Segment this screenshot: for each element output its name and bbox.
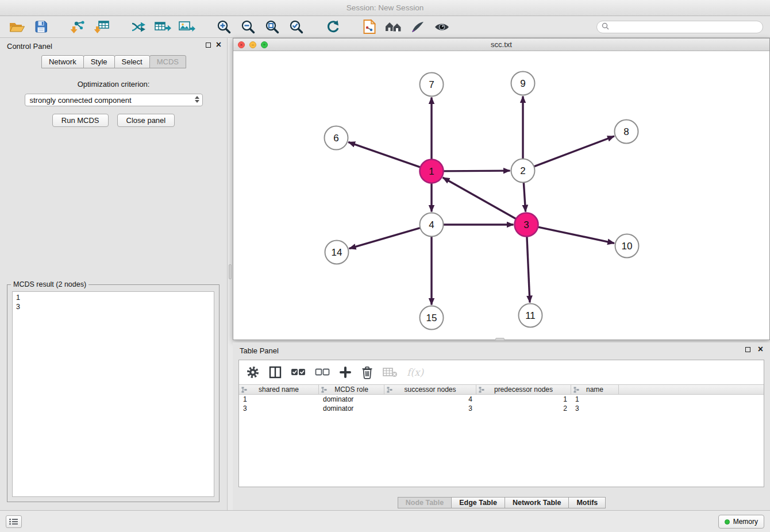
graph-node-label-10: 10 [622, 241, 633, 252]
close-window-button[interactable]: × [238, 41, 245, 48]
table-cell[interactable]: 2 [476, 404, 571, 413]
open-file-button[interactable] [7, 18, 26, 36]
show-graphics-button[interactable] [432, 18, 452, 36]
graph-node-label-15: 15 [426, 313, 437, 323]
tab-edge-table[interactable]: Edge Table [451, 497, 505, 508]
table-cell[interactable]: 1 [571, 395, 619, 404]
home-icon [385, 20, 402, 34]
export-image-button[interactable] [177, 18, 197, 36]
table-cell[interactable]: 3 [239, 404, 319, 413]
graph-edge-3-1[interactable] [443, 178, 517, 219]
tab-network[interactable]: Network [41, 55, 84, 68]
function-icon: f(x) [407, 367, 424, 378]
float-table-panel-button[interactable] [745, 347, 752, 353]
select-all-button[interactable] [291, 367, 306, 378]
column-header-successor-nodes[interactable]: successor nodes [384, 385, 476, 394]
graph-edge-2-3[interactable] [523, 183, 525, 212]
network-canvas[interactable]: 7968124310141511 [233, 51, 769, 340]
deselect-all-button[interactable] [315, 367, 330, 378]
export-table-icon [154, 20, 171, 34]
zoom-out-icon [241, 20, 255, 34]
tab-mcds[interactable]: MCDS [149, 55, 186, 68]
table-cell[interactable]: 1 [476, 395, 571, 404]
graph-node-label-2: 2 [520, 165, 525, 176]
table-mode-button[interactable] [246, 365, 260, 379]
delete-table-button [383, 367, 398, 378]
panel-splitter-handle[interactable] [229, 264, 232, 279]
tab-node-table[interactable]: Node Table [398, 497, 452, 508]
column-header-shared-name[interactable]: shared name [239, 385, 319, 394]
graph-edge-4-14[interactable] [349, 228, 421, 249]
delete-column-button[interactable] [361, 365, 374, 379]
float-icon [206, 43, 211, 48]
graph-edge-1-2[interactable] [444, 171, 510, 171]
tab-motifs[interactable]: Motifs [568, 497, 606, 508]
table-cell[interactable]: 1 [239, 395, 319, 404]
column-tree-icon [321, 387, 327, 395]
close-control-panel-button[interactable]: × [216, 40, 221, 49]
export-network-icon [130, 20, 147, 34]
trash-icon [361, 365, 374, 379]
zoom-selected-icon [289, 20, 303, 34]
save-session-button[interactable] [31, 18, 51, 36]
table-row[interactable]: 3dominator323 [239, 404, 764, 413]
export-table-button[interactable] [153, 18, 172, 36]
graph-node-label-6: 6 [333, 133, 338, 144]
home-button[interactable] [384, 18, 403, 36]
zoom-selected-button[interactable] [286, 18, 306, 36]
main-toolbar [0, 16, 770, 38]
column-header-mcds-role[interactable]: MCDS role [319, 385, 384, 394]
zoom-window-button[interactable]: + [261, 41, 268, 48]
graph-edge-3-10[interactable] [538, 227, 614, 243]
task-history-button[interactable] [6, 515, 22, 528]
column-tree-icon [387, 387, 392, 395]
graph-node-label-1: 1 [429, 166, 434, 177]
export-image-icon [178, 20, 195, 34]
optimization-criterion-label: Optimization criterion: [0, 80, 227, 88]
refresh-view-button[interactable] [323, 18, 342, 36]
table-cell[interactable]: 3 [384, 404, 476, 413]
minimize-window-button[interactable]: − [249, 41, 256, 48]
window-title: Session: New Session [346, 3, 424, 12]
column-header-predecessor-nodes[interactable]: predecessor nodes [476, 385, 571, 394]
table-cell[interactable]: 3 [571, 404, 619, 413]
export-network-button[interactable] [129, 18, 148, 36]
graph-edge-3-11[interactable] [527, 237, 530, 303]
run-mcds-button[interactable]: Run MCDS [52, 114, 109, 127]
table-row[interactable]: 1dominator411 [239, 395, 764, 404]
memory-button[interactable]: Memory [718, 515, 764, 529]
table-cell[interactable]: dominator [319, 395, 384, 404]
delete-table-icon [383, 367, 398, 378]
search-input[interactable] [612, 23, 758, 31]
zoom-out-button[interactable] [238, 18, 257, 36]
criterion-dropdown[interactable]: strongly connected component [25, 94, 203, 106]
window-titlebar: Session: New Session [0, 0, 770, 16]
close-mcds-panel-button[interactable]: Close panel [117, 114, 175, 127]
import-network-button[interactable] [68, 18, 87, 36]
add-column-button[interactable] [339, 366, 352, 379]
table-cell[interactable]: dominator [319, 404, 384, 413]
deselect-all-icon [315, 367, 330, 378]
zoom-fit-button[interactable] [262, 18, 282, 36]
graph-edge-1-6[interactable] [348, 142, 420, 167]
zoom-in-button[interactable] [214, 18, 233, 36]
show-columns-button[interactable] [269, 366, 282, 379]
float-panel-button[interactable] [206, 43, 212, 49]
mcds-result-text[interactable]: 1 3 [12, 291, 214, 497]
tab-select[interactable]: Select [114, 55, 150, 68]
tab-style[interactable]: Style [83, 55, 115, 68]
style-brush-button[interactable] [408, 18, 428, 36]
zoom-fit-icon [265, 20, 279, 34]
traffic-lights: × − + [238, 41, 268, 48]
search-box[interactable] [596, 21, 763, 33]
window-resize-handle[interactable] [495, 338, 505, 341]
close-table-panel-button[interactable]: × [758, 345, 763, 354]
column-header-name[interactable]: name [571, 385, 619, 394]
network-document-button[interactable] [360, 18, 379, 36]
import-table-button[interactable] [92, 18, 111, 36]
tab-network-table[interactable]: Network Table [505, 497, 569, 508]
table-cell[interactable]: 4 [384, 395, 476, 404]
table-toolbar: f(x) [239, 360, 764, 384]
column-header-label: MCDS role [334, 385, 368, 394]
graph-edge-2-8[interactable] [534, 136, 614, 167]
